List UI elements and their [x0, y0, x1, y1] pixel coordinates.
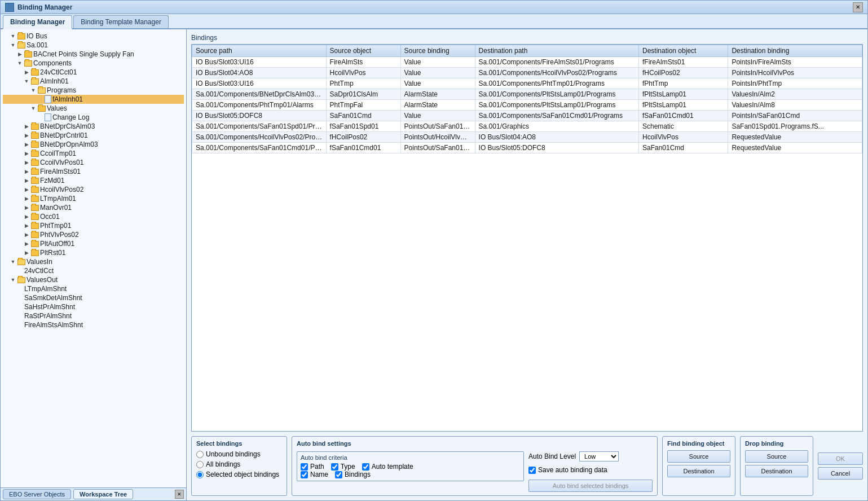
cb-auto-template: Auto template [362, 463, 413, 471]
ok-button[interactable]: OK [818, 452, 863, 465]
level-select[interactable]: Low Medium High [579, 451, 619, 462]
table-cell: HcoilVlvPos [326, 68, 400, 78]
folder-icon [17, 277, 25, 283]
tab-ebo-server-objects[interactable]: EBO Server Objects [3, 489, 71, 499]
table-row[interactable]: IO Bus/Slot04:AO8HcoilVlvPosValueSa.001/… [192, 68, 862, 78]
tree-node-bnetdprcntrl01[interactable]: ▶ BNetDprCntrl01 [3, 131, 184, 140]
tree-node-pltRst01[interactable]: ▶ PltRst01 [3, 248, 184, 257]
tree-node-saHstPrAlmShnt[interactable]: SaHstPrAlmShnt [3, 302, 184, 311]
tree-node-fAlmInh01[interactable]: fAlmInh01 [3, 95, 184, 104]
tree-node-bnetdprclsalm03[interactable]: ▶ BNetDprClsAlm03 [3, 122, 184, 131]
close-window-button[interactable]: ✕ [853, 2, 863, 12]
auto-bind-selected-button[interactable]: Auto bind selected bindings [528, 480, 653, 492]
table-row[interactable]: Sa.001/Components/SaFan01Spd01/Programsf… [192, 121, 862, 132]
tree-node-phtTmp01[interactable]: ▶ PhtTmp01 [3, 221, 184, 230]
cb-path-input[interactable] [301, 463, 308, 471]
cb-auto-template-label: Auto template [372, 463, 413, 471]
toggle-icon: ▶ [23, 213, 30, 220]
cb-type-input[interactable] [331, 463, 338, 471]
tree-node-values[interactable]: ▼ Values [3, 104, 184, 113]
col-source-path[interactable]: Source path [192, 45, 327, 57]
radio-selected-input[interactable] [196, 471, 204, 478]
table-row[interactable]: IO Bus/Slot03:UI16PhtTmpValueSa.001/Comp… [192, 78, 862, 89]
table-row[interactable]: Sa.001/Components/HcoilVlvPos02/Programs… [192, 132, 862, 143]
toggle-icon [37, 96, 43, 103]
tree-node-bacnet[interactable]: ▶ BACnet Points Single Supply Fan [3, 50, 184, 59]
bottom-controls: Select bindings Unbound bindings All bin… [191, 436, 863, 496]
tree-label: Programs [47, 86, 76, 94]
tree-node-24v[interactable]: ▶ 24vCtlCct01 [3, 68, 184, 77]
cb-auto-template-input[interactable] [362, 463, 369, 471]
radio-all-input[interactable] [196, 461, 204, 468]
cb-save-input[interactable] [528, 467, 536, 474]
tree-node-raStPrAlmShnt[interactable]: RaStPrAlmShnt [3, 311, 184, 320]
folder-icon [31, 169, 39, 175]
tree-node-changelog[interactable]: Change Log [3, 113, 184, 122]
table-row[interactable]: Sa.001/Components/PhtTmp01/AlarmsPhtTmpF… [192, 100, 862, 111]
col-dest-object[interactable]: Destination object [639, 45, 728, 57]
left-panel: ▼ IO Bus ▼ Sa.001 ▶ BACnet Points Single… [1, 29, 187, 500]
table-row[interactable]: Sa.001/Components/SaFan01Cmd01/Programsf… [192, 143, 862, 153]
table-cell: SaFan01Spd01.Programs.fS... [728, 121, 862, 132]
tree-node-24vCtlCct[interactable]: 24vCtlCct [3, 266, 184, 275]
tree-node-lTmpAlmShnt[interactable]: LTmpAlmShnt [3, 284, 184, 293]
table-row[interactable]: IO Bus/Slot05:DOFC8SaFan01CmdValueSa.001… [192, 111, 862, 121]
tree-node-sa001[interactable]: ▼ Sa.001 [3, 41, 184, 50]
tree-node-almInh01[interactable]: ▼ AlmInh01 [3, 77, 184, 86]
tree-node-phtVlvPos02[interactable]: ▶ PhtVlvPos02 [3, 230, 184, 239]
table-cell: Value [400, 78, 475, 89]
folder-icon [38, 106, 46, 112]
tree-node-lTmpAlm01[interactable]: ▶ LTmpAlm01 [3, 194, 184, 203]
tree-node-components[interactable]: ▼ Components [3, 59, 184, 68]
folder-icon [17, 33, 25, 39]
table-cell: IO Bus/Slot05:DOFC8 [475, 143, 638, 153]
toggle-icon: ▶ [23, 177, 30, 184]
radio-selected-label: Selected object bindings [206, 471, 279, 478]
drop-destination-button[interactable]: Destination [745, 465, 808, 477]
cb-name-input[interactable] [301, 471, 308, 478]
table-cell: AlarmState [400, 89, 475, 100]
tab-binding-template-manager[interactable]: Binding Template Manager [73, 15, 169, 28]
col-dest-binding[interactable]: Destination binding [728, 45, 862, 57]
drop-source-button[interactable]: Source [745, 450, 808, 463]
find-binding-object-group: Find binding object Source Destination [662, 436, 735, 496]
tree-node-manOvr01[interactable]: ▶ ManOvr01 [3, 203, 184, 212]
tree-node-fzMd01[interactable]: ▶ FzMd01 [3, 176, 184, 185]
tree-node-fireAlmStsAlmShnt[interactable]: FireAlmStsAlmShnt [3, 320, 184, 329]
tree-node-valuesIn[interactable]: ▼ ValuesIn [3, 257, 184, 266]
tab-binding-manager[interactable]: Binding Manager [3, 15, 72, 29]
col-dest-path[interactable]: Destination path [475, 45, 638, 57]
tree-node-fireAlmSts01[interactable]: ▶ FireAlmSts01 [3, 167, 184, 176]
binding-manager-window: Binding Manager ✕ Binding Manager Bindin… [0, 0, 868, 501]
folder-icon [24, 51, 32, 58]
folder-icon [31, 205, 39, 211]
tree-node-occ01[interactable]: ▶ Occ01 [3, 212, 184, 221]
find-source-button[interactable]: Source [667, 450, 730, 463]
table-row[interactable]: IO Bus/Slot03:UI16FireAlmStsValueSa.001/… [192, 57, 862, 68]
tree-node-hcoilVlvPos02[interactable]: ▶ HcoilVlvPos02 [3, 185, 184, 194]
tree-label: LTmpAlmShnt [24, 285, 67, 293]
radio-unbound-input[interactable] [196, 451, 204, 458]
radio-unbound-label: Unbound bindings [206, 450, 261, 458]
tree-node-io-bus[interactable]: ▼ IO Bus [3, 32, 184, 41]
tree-node-pltAutOff01[interactable]: ▶ PltAutOff01 [3, 239, 184, 248]
tree-node-ccoilVlvPos01[interactable]: ▶ CcoilVlvPos01 [3, 158, 184, 167]
tree-node-programs[interactable]: ▼ Programs [3, 86, 184, 95]
cancel-button[interactable]: Cancel [818, 467, 863, 480]
tree-label: FzMd01 [40, 177, 64, 184]
tree-node-valuesOut[interactable]: ▼ ValuesOut [3, 275, 184, 284]
tree-label: HcoilVlvPos02 [40, 186, 83, 194]
select-bindings-group: Select bindings Unbound bindings All bin… [191, 436, 287, 496]
table-row[interactable]: Sa.001/Components/BNetDprClsAlm03/Alarms… [192, 89, 862, 100]
tree-node-bnetdprOpnAlm03[interactable]: ▶ BNetDprOpnAlm03 [3, 140, 184, 149]
col-source-object[interactable]: Source object [326, 45, 400, 57]
cb-name: Name [301, 471, 328, 478]
col-source-binding[interactable]: Source binding [400, 45, 475, 57]
cb-bindings-input[interactable] [335, 471, 342, 478]
tree-node-saSmkDetAlmShnt[interactable]: SaSmkDetAlmShnt [3, 293, 184, 302]
find-destination-button[interactable]: Destination [667, 465, 730, 477]
table-cell: RequestedValue [728, 132, 862, 143]
close-panel-button[interactable]: ✕ [175, 490, 184, 499]
tree-node-ccoilTmp01[interactable]: ▶ CcoilTmp01 [3, 149, 184, 158]
tab-workspace-tree[interactable]: Workspace Tree [73, 489, 133, 499]
